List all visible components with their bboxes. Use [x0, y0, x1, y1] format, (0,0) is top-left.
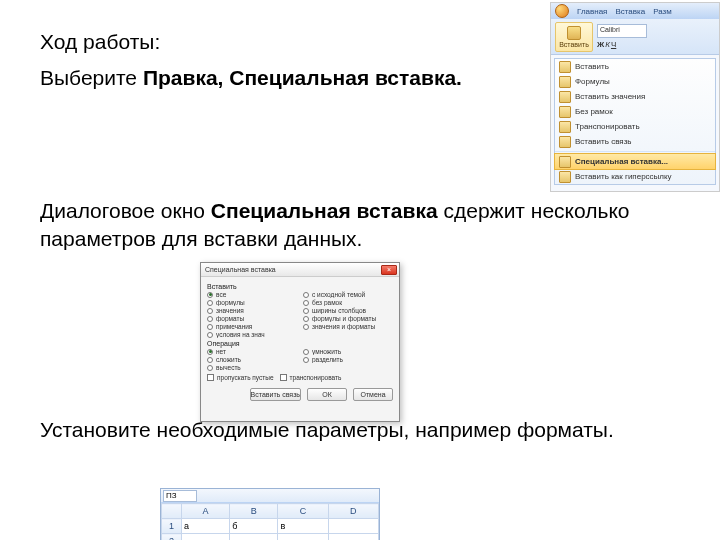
cell-D2[interactable]: [328, 534, 378, 541]
ribbon-tabs: Главная Вставка Разм: [551, 3, 719, 19]
col-D[interactable]: D: [328, 504, 378, 519]
menu-transpose[interactable]: Транспонировать: [555, 119, 715, 134]
dialog-body: Вставить все формулы значения форматы пр…: [201, 277, 399, 385]
radio-comments[interactable]: примечания: [207, 323, 297, 330]
col-A[interactable]: A: [182, 504, 230, 519]
radio-all[interactable]: все: [207, 291, 297, 298]
cell-A2[interactable]: [182, 534, 230, 541]
menu-paste-special[interactable]: Специальная вставка...: [554, 153, 716, 170]
menu-values[interactable]: Вставить значения: [555, 89, 715, 104]
paste-special-dialog: Специальная вставка × Вставить все форму…: [200, 262, 400, 422]
ok-button[interactable]: ОК: [307, 388, 347, 401]
formula-bar: ПЗ: [161, 489, 379, 503]
dialog-titlebar[interactable]: Специальная вставка ×: [201, 263, 399, 277]
radio-theme[interactable]: с исходной темой: [303, 291, 393, 298]
paste-dropdown: Вставить Формулы Вставить значения Без р…: [554, 58, 716, 185]
bold-icon[interactable]: Ж: [597, 40, 604, 49]
group-paste: Вставить: [207, 283, 393, 290]
ribbon-band: Вставить Calibri Ж К Ч: [551, 19, 719, 55]
spreadsheet-fragment: ПЗ A B C D 1 а б в 2: [160, 488, 380, 540]
p3-b: Специальная вставка: [211, 199, 444, 222]
cell-C2[interactable]: [278, 534, 328, 541]
p2-text: Выберите: [40, 66, 143, 89]
menu-noborders[interactable]: Без рамок: [555, 104, 715, 119]
tab-page[interactable]: Разм: [653, 7, 672, 16]
paste-link-button[interactable]: Вставить связь: [250, 388, 301, 401]
underline-icon[interactable]: Ч: [611, 40, 616, 49]
radio-valfmt[interactable]: значения и форматы: [303, 323, 393, 330]
ribbon-screenshot: Главная Вставка Разм Вставить Calibri Ж …: [550, 2, 720, 192]
menu-hyperlink[interactable]: Вставить как гиперссылку: [555, 169, 715, 184]
cell-B2[interactable]: [230, 534, 278, 541]
corner-cell[interactable]: [162, 504, 182, 519]
radio-add[interactable]: сложить: [207, 356, 297, 363]
instruction-2: Диалоговое окно Специальная вставка сдер…: [40, 197, 680, 254]
check-skip[interactable]: пропускать пустые: [207, 374, 274, 381]
cells-table: A B C D 1 а б в 2 3 а: [161, 503, 379, 540]
paste-label: Вставить: [559, 41, 589, 48]
menu-separator: [555, 151, 715, 152]
radio-sub[interactable]: вычесть: [207, 364, 297, 371]
menu-pastelink[interactable]: Вставить связь: [555, 134, 715, 149]
cell-C1[interactable]: в: [278, 519, 328, 534]
close-icon[interactable]: ×: [381, 265, 397, 275]
cancel-button[interactable]: Отмена: [353, 388, 393, 401]
p2-bold: Правка, Специальная вставка.: [143, 66, 462, 89]
menu-paste[interactable]: Вставить: [555, 59, 715, 74]
dialog-title: Специальная вставка: [205, 266, 276, 273]
paste-button[interactable]: Вставить: [555, 22, 593, 52]
radio-none[interactable]: нет: [207, 348, 297, 355]
tab-insert[interactable]: Вставка: [615, 7, 645, 16]
cell-A1[interactable]: а: [182, 519, 230, 534]
row-1[interactable]: 1: [162, 519, 182, 534]
col-C[interactable]: C: [278, 504, 328, 519]
p3-a: Диалоговое окно: [40, 199, 211, 222]
italic-icon[interactable]: К: [605, 40, 610, 49]
radio-div[interactable]: разделить: [303, 356, 393, 363]
radio-formats[interactable]: форматы: [207, 315, 297, 322]
slide: Ход работы: Выберите Правка, Специальная…: [0, 0, 720, 540]
check-transpose[interactable]: транспонировать: [280, 374, 342, 381]
name-box[interactable]: ПЗ: [163, 490, 197, 502]
clipboard-icon: [567, 26, 581, 40]
radio-noborder[interactable]: без рамок: [303, 299, 393, 306]
radio-values[interactable]: значения: [207, 307, 297, 314]
radio-formfmt[interactable]: формулы и форматы: [303, 315, 393, 322]
menu-formulas[interactable]: Формулы: [555, 74, 715, 89]
row-2[interactable]: 2: [162, 534, 182, 541]
radio-colwidth[interactable]: ширины столбцов: [303, 307, 393, 314]
tab-home[interactable]: Главная: [577, 7, 607, 16]
radio-validation[interactable]: условия на знач: [207, 331, 297, 338]
col-B[interactable]: B: [230, 504, 278, 519]
radio-mul[interactable]: умножить: [303, 348, 393, 355]
cell-B1[interactable]: б: [230, 519, 278, 534]
radio-formulas[interactable]: формулы: [207, 299, 297, 306]
cell-D1[interactable]: [328, 519, 378, 534]
office-orb-icon[interactable]: [555, 4, 569, 18]
group-op: Операция: [207, 340, 393, 347]
font-selector[interactable]: Calibri: [597, 24, 647, 38]
